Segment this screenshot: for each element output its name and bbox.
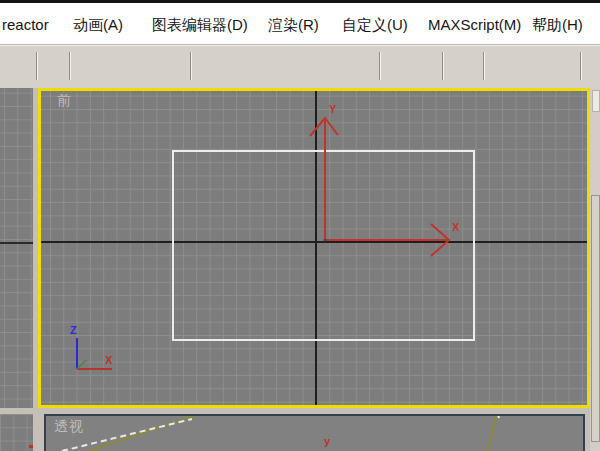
world-axis-line [0,242,33,244]
viewport-splitter[interactable] [33,414,44,451]
gizmo-x-label: X [452,221,459,233]
command-panel-tab[interactable] [592,90,600,112]
viewport-left-partial[interactable] [0,88,33,408]
toolbar-separator [36,52,38,80]
menu-graph-editors[interactable]: 图表编辑器(D) [152,16,248,35]
gizmo-y-label: Y [329,103,336,115]
menu-animation[interactable]: 动画(A) [73,16,123,35]
tripod-x-label: X [105,354,112,366]
max-window: reactor 动画(A) 图表编辑器(D) 渲染(R) 自定义(U) MAXS… [0,0,600,451]
menu-customize[interactable]: 自定义(U) [342,16,408,35]
viewport-perspective[interactable]: 透视 y [44,414,585,451]
menu-bar: reactor 动画(A) 图表编辑器(D) 渲染(R) 自定义(U) MAXS… [0,3,600,45]
menu-maxscript[interactable]: MAXScript(M) [428,16,521,33]
menu-reactor[interactable]: reactor [2,16,49,33]
menu-help[interactable]: 帮助(H) [532,16,583,35]
perspective-scene-lines [46,416,583,451]
main-toolbar: 3 % [0,45,600,88]
toolbar-separator [379,52,381,80]
axis-label-mark [29,445,33,448]
viewport-bottom-left-partial[interactable] [0,414,33,451]
toolbar-separator [483,52,485,80]
viewport-front[interactable]: 前 Y X Z X [38,88,590,408]
viewport-splitter [585,414,590,451]
command-panel-rollout-edge [591,195,600,442]
toolbar-separator [69,52,71,80]
command-panel-edge [590,88,600,451]
toolbar-separator [190,52,192,80]
perspective-y-axis-label: y [324,435,330,447]
menu-rendering[interactable]: 渲染(R) [268,16,319,35]
toolbar-separator [442,52,444,80]
toolbar-separator [580,52,582,80]
tripod-z-label: Z [70,324,77,336]
